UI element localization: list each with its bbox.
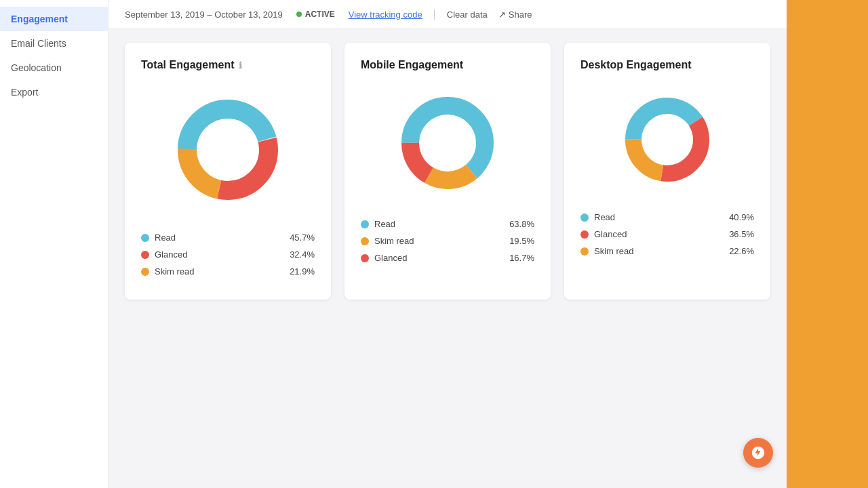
clear-data-button[interactable]: Clear data — [447, 9, 488, 20]
info-icon: ℹ — [239, 60, 242, 70]
mobile-engagement-card: Mobile Engagement — [344, 43, 551, 300]
d-read-label: Read — [594, 212, 615, 222]
m-glanced-label: Glanced — [374, 253, 407, 263]
mobile-engagement-legend: Read 63.8% Skim read 19.5% — [361, 219, 534, 270]
date-range: September 13, 2019 – October 13, 2019 — [125, 9, 283, 20]
read-value: 45.7% — [290, 232, 315, 243]
m-glanced-dot — [361, 254, 369, 262]
d-read-dot — [580, 214, 589, 222]
m-legend-row-skim: Skim read 19.5% — [361, 236, 534, 246]
total-engagement-legend: Read 45.7% Glanced 32.4% — [141, 232, 315, 283]
m-skim-dot — [361, 237, 369, 245]
skim-value: 21.9% — [290, 266, 315, 277]
status-badge: ACTIVE — [296, 9, 335, 19]
desktop-engagement-title: Desktop Engagement — [580, 59, 692, 71]
mobile-engagement-donut — [393, 89, 502, 197]
sidebar-item-geolocation[interactable]: Geolocation — [0, 56, 108, 80]
sidebar-item-export[interactable]: Export — [0, 80, 108, 104]
legend-row-glanced: Glanced 32.4% — [141, 249, 315, 260]
sidebar: Engagement Email Clients Geolocation Exp… — [0, 0, 108, 488]
m-read-value: 63.8% — [509, 219, 534, 229]
fab-button[interactable] — [743, 438, 773, 468]
glanced-value: 32.4% — [290, 249, 315, 260]
cards-row: Total Engagement ℹ — [125, 43, 770, 300]
m-read-dot — [361, 220, 369, 228]
top-actions: View tracking code | Clear data ↗ Share — [349, 8, 532, 20]
glanced-label: Glanced — [155, 249, 187, 260]
legend-row-skim: Skim read 21.9% — [141, 266, 315, 277]
d-glanced-dot — [580, 230, 589, 239]
read-dot — [141, 234, 149, 242]
d-legend-row-glanced: Glanced 36.5% — [580, 229, 754, 239]
d-skim-value: 22.6% — [729, 246, 754, 256]
active-dot-icon — [296, 12, 302, 17]
m-glanced-value: 16.7% — [509, 253, 534, 263]
total-engagement-donut — [167, 89, 289, 211]
mobile-engagement-title: Mobile Engagement — [361, 59, 463, 71]
d-legend-row-skim: Skim read 22.6% — [580, 246, 754, 256]
desktop-engagement-legend: Read 40.9% Glanced 36.5% — [580, 212, 754, 263]
m-legend-row-read: Read 63.8% — [361, 219, 534, 229]
d-skim-dot — [580, 247, 589, 256]
m-skim-value: 19.5% — [509, 236, 534, 246]
main-content: September 13, 2019 – October 13, 2019 AC… — [108, 0, 787, 488]
top-bar: September 13, 2019 – October 13, 2019 AC… — [108, 0, 787, 29]
desktop-engagement-donut — [616, 89, 718, 190]
m-legend-row-glanced: Glanced 16.7% — [361, 253, 534, 263]
read-label: Read — [155, 232, 176, 243]
desktop-engagement-card: Desktop Engagement — [564, 43, 770, 300]
view-tracking-code-link[interactable]: View tracking code — [349, 9, 422, 20]
legend-row-read: Read 45.7% — [141, 232, 315, 243]
d-read-value: 40.9% — [729, 212, 754, 222]
glanced-dot — [141, 251, 149, 259]
content-area: Total Engagement ℹ — [108, 29, 787, 488]
skim-dot — [141, 268, 149, 276]
d-skim-label: Skim read — [594, 246, 634, 256]
total-engagement-card: Total Engagement ℹ — [125, 43, 331, 300]
skim-label: Skim read — [155, 266, 195, 277]
share-button[interactable]: ↗ Share — [498, 9, 532, 20]
m-read-label: Read — [374, 219, 395, 229]
d-glanced-value: 36.5% — [729, 229, 754, 239]
d-legend-row-read: Read 40.9% — [580, 212, 754, 222]
sidebar-item-engagement[interactable]: Engagement — [0, 7, 108, 31]
sidebar-item-email-clients[interactable]: Email Clients — [0, 31, 108, 56]
m-skim-label: Skim read — [374, 236, 414, 246]
d-glanced-label: Glanced — [594, 229, 627, 239]
total-engagement-title: Total Engagement ℹ — [141, 59, 242, 71]
right-panel — [787, 0, 868, 488]
share-icon: ↗ — [498, 9, 506, 20]
